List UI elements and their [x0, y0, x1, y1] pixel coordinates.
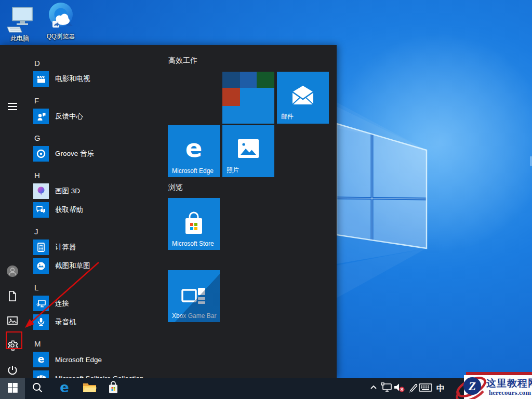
edge-icon: e	[33, 352, 49, 367]
app-row-solitaire[interactable]: Microsoft Solitaire Collection	[33, 369, 163, 378]
power-icon	[7, 365, 18, 378]
taskbar-explorer-button[interactable]	[77, 378, 102, 399]
paint-3d-icon	[33, 183, 49, 199]
app-row-snip-sketch[interactable]: 截图和草图	[33, 257, 163, 275]
rail-item-user[interactable]	[0, 260, 25, 285]
start-menu: D电影和电视F反馈中心GGroove 音乐H画图 3D?获取帮助J计算器截图和草…	[0, 45, 337, 378]
tile-photos[interactable]: 照片	[222, 125, 274, 177]
folder-icon	[83, 382, 97, 395]
tile-label: Xbox Game Bar	[172, 312, 216, 320]
tray-show-hidden-button[interactable]	[367, 378, 380, 399]
tile-store[interactable]: Microsoft Store	[168, 198, 220, 250]
chevron-up-icon	[369, 383, 378, 394]
network-pc-icon	[381, 382, 392, 395]
taskbar-search-button[interactable]	[25, 378, 50, 399]
mosaic-block	[257, 72, 274, 88]
this-pc-icon	[0, 4, 39, 33]
tile-edge-tile[interactable]: eMicrosoft Edge	[168, 125, 220, 177]
taskbar: e 中	[0, 378, 532, 399]
app-name: 录音机	[55, 317, 76, 327]
app-list-letter-H[interactable]: H	[34, 169, 40, 182]
app-list-letter-J[interactable]: J	[34, 225, 38, 238]
taskbar-edge-button[interactable]: e	[52, 378, 77, 399]
app-row-movies-tv[interactable]: 电影和电视	[33, 70, 163, 88]
tile-label: 邮件	[281, 112, 294, 121]
connect-icon	[33, 296, 49, 311]
svg-text:e: e	[38, 354, 45, 365]
snip-sketch-icon	[33, 258, 49, 274]
tile-mail[interactable]: 邮件	[277, 72, 329, 124]
app-row-calculator[interactable]: 计算器	[33, 238, 163, 257]
rail-item-documents[interactable]	[0, 285, 25, 310]
taskbar-start-button[interactable]	[0, 378, 25, 399]
svg-text:?: ?	[42, 208, 44, 212]
hamburger-icon	[7, 101, 18, 114]
tile-group-title: 浏览	[168, 183, 183, 192]
calculator-icon	[33, 240, 49, 255]
app-name: 反馈中心	[55, 112, 83, 121]
tile-label: 照片	[227, 166, 239, 175]
tray-network-button[interactable]	[380, 378, 393, 399]
xbox-game-bar-icon	[168, 270, 220, 322]
desktop-icon-qq-browser[interactable]: QQ浏览器	[41, 2, 81, 41]
app-row-paint-3d[interactable]: 画图 3D	[33, 182, 163, 201]
tile-label: Microsoft Store	[172, 240, 214, 247]
tile-label: Microsoft Edge	[172, 167, 214, 175]
store-bag-icon	[107, 381, 119, 396]
app-row-feedback-hub[interactable]: 反馈中心	[33, 107, 163, 126]
user-icon	[6, 265, 19, 280]
app-row-voice-recorder[interactable]: 录音机	[33, 313, 163, 331]
app-name: 计算器	[55, 243, 76, 252]
app-name: Microsoft Solitaire Collection	[55, 375, 143, 379]
tray-volume-button[interactable]	[393, 378, 406, 399]
taskbar-store-button[interactable]	[101, 378, 126, 399]
app-row-groove-music[interactable]: Groove 音乐	[33, 144, 163, 163]
app-row-edge[interactable]: eMicrosoft Edge	[33, 350, 163, 369]
app-name: 截图和草图	[55, 261, 90, 271]
windows-logo-icon	[8, 383, 18, 395]
app-list-letter-G[interactable]: G	[34, 131, 41, 144]
movies-tv-icon	[33, 71, 49, 87]
app-name: Groove 音乐	[55, 149, 94, 158]
mosaic-block	[222, 88, 240, 106]
solitaire-icon	[33, 370, 49, 378]
highlight-box	[6, 331, 22, 349]
feedback-hub-icon	[33, 109, 49, 124]
pictures-icon	[7, 315, 18, 328]
groove-music-icon	[33, 146, 49, 162]
tray-pen-button[interactable]	[406, 378, 420, 399]
desktop-screen: 此电脑	[0, 0, 532, 399]
voice-recorder-icon	[33, 314, 49, 330]
app-list-letter-D[interactable]: D	[34, 57, 40, 70]
speaker-muted-icon	[393, 382, 406, 395]
tile-xbox-game-bar[interactable]: Xbox Game Bar	[168, 270, 220, 322]
app-list-letter-F[interactable]: F	[34, 94, 39, 107]
keyboard-icon	[419, 383, 432, 394]
desktop-icon-label: QQ浏览器	[41, 32, 81, 41]
mosaic-block	[222, 72, 240, 88]
rail-item-pictures[interactable]	[0, 309, 25, 334]
tile-mosaic[interactable]	[222, 72, 274, 124]
desktop-icon-this-pc[interactable]: 此电脑	[0, 4, 39, 43]
rail-item-menu[interactable]	[0, 95, 25, 120]
ime-indicator[interactable]: 中	[434, 378, 447, 399]
shortcut-arrow-icon	[52, 21, 59, 28]
tray-touch-keyboard-button[interactable]	[419, 378, 432, 399]
pen-icon	[408, 382, 418, 395]
svg-text:e: e	[60, 380, 69, 395]
app-name: Microsoft Edge	[55, 356, 102, 364]
document-icon	[7, 290, 18, 304]
qq-browser-icon	[41, 2, 81, 31]
ime-label: 中	[436, 383, 445, 394]
app-list-letter-L[interactable]: L	[34, 281, 38, 294]
app-name: 获取帮助	[55, 205, 83, 215]
app-name: 画图 3D	[55, 187, 80, 196]
mosaic-block	[240, 72, 257, 88]
rail-item-power[interactable]	[0, 359, 25, 378]
app-name: 电影和电视	[55, 74, 90, 84]
tile-group-title: 高效工作	[168, 56, 197, 65]
app-list-letter-M[interactable]: M	[34, 337, 41, 350]
edge-browser-icon: e	[57, 380, 72, 397]
app-row-get-help[interactable]: ?获取帮助	[33, 201, 163, 219]
app-row-connect[interactable]: 连接	[33, 294, 163, 313]
